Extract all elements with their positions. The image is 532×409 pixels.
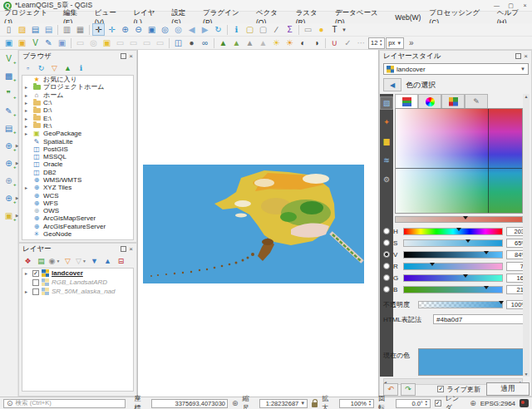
- filter-browser-icon[interactable]: ▽: [49, 63, 60, 74]
- crs-globe-icon[interactable]: ⊕: [470, 399, 476, 407]
- delete-feature-disabled-icon[interactable]: ▭: [140, 37, 153, 49]
- slider-marker-R[interactable]: [430, 263, 435, 266]
- open-layer-styling-icon[interactable]: ❖: [22, 256, 33, 267]
- browser-item[interactable]: ▸R:\: [22, 122, 133, 130]
- slider-marker-G[interactable]: [463, 274, 468, 278]
- local-cumulative-stretch-icon[interactable]: ▲: [244, 37, 256, 49]
- font-size-spin[interactable]: 12▲▼: [368, 37, 385, 49]
- expand-all-icon[interactable]: ▼: [89, 256, 100, 267]
- slider-radio-V[interactable]: [383, 251, 390, 258]
- add-delimited-text-icon[interactable]: ❞+: [2, 87, 16, 99]
- magnifier-spinbox[interactable]: 100%▲▼: [339, 399, 374, 408]
- manage-map-themes-icon[interactable]: ◉▼: [49, 256, 60, 267]
- expand-caret-icon[interactable]: ▸: [25, 131, 30, 136]
- browser-item[interactable]: ▸E:\: [22, 114, 133, 121]
- save-project-as-icon[interactable]: ▤: [42, 23, 55, 36]
- browser-item[interactable]: ▸D:\: [22, 106, 133, 114]
- slider-radio-G[interactable]: [383, 274, 390, 281]
- layer-visibility-checkbox[interactable]: [32, 288, 39, 295]
- crs-indicator[interactable]: EPSG:2964: [480, 400, 515, 407]
- browser-item[interactable]: ◫DB2: [22, 169, 133, 176]
- open-project-icon[interactable]: ▨: [16, 23, 28, 36]
- browser-item[interactable]: ⊕WFS: [22, 200, 133, 207]
- new-shapefile-icon[interactable]: V: [29, 37, 42, 49]
- live-update-checkbox[interactable]: ✓: [437, 386, 444, 392]
- vertical-scrollbar[interactable]: ▲▼: [523, 94, 530, 377]
- search-input[interactable]: ⊙ 検索 (Ctrl+K): [3, 399, 126, 408]
- filter-legend-icon[interactable]: ▽: [62, 256, 73, 267]
- zoom-to-selection-icon[interactable]: ◎: [159, 23, 171, 36]
- new-layout-icon[interactable]: ▥: [61, 23, 73, 36]
- increase-contrast-icon[interactable]: ◐: [297, 37, 309, 49]
- label-toolbar-icon[interactable]: ✓: [342, 37, 354, 49]
- new-virtual-layer-icon[interactable]: ▣: [56, 37, 68, 49]
- add-postgis-layer-icon[interactable]: ▤+: [2, 122, 16, 134]
- browser-item[interactable]: ▸⌂ホーム: [22, 91, 133, 99]
- properties-widget-icon[interactable]: ℹ: [76, 63, 86, 74]
- styling-float-icon[interactable]: [515, 53, 521, 59]
- slider-marker-V[interactable]: [484, 251, 489, 254]
- render-checkbox[interactable]: ✓: [435, 400, 441, 407]
- deselect-features-icon[interactable]: ▢: [257, 23, 269, 36]
- slider-track-V[interactable]: [403, 251, 503, 259]
- osm-place-search-icon[interactable]: ●: [185, 37, 198, 49]
- browser-item[interactable]: ⊕WCS: [22, 191, 133, 199]
- select-features-icon[interactable]: ▢: [244, 23, 256, 36]
- redo-button[interactable]: ↷: [401, 383, 416, 396]
- value-strip-slider[interactable]: [395, 216, 523, 223]
- db-manager-icon[interactable]: ◫: [172, 37, 185, 49]
- add-mssql-layer-icon[interactable]: ⊕+▶: [2, 140, 16, 151]
- history-tab-icon[interactable]: ⚙: [381, 174, 392, 185]
- slider-marker-B[interactable]: [484, 286, 489, 289]
- back-button[interactable]: ◀: [383, 78, 401, 91]
- symbology-tab-icon[interactable]: ▧: [381, 97, 392, 109]
- browser-item[interactable]: ⊕WMS/WMTS: [22, 176, 133, 184]
- new-spatialite-icon[interactable]: ✎: [42, 37, 55, 49]
- browser-item[interactable]: ⊕ArcGisFeatureServer: [22, 223, 133, 230]
- layer-row[interactable]: ▸✓landcover: [22, 269, 133, 278]
- layer-visibility-checkbox[interactable]: ✓: [32, 270, 39, 277]
- browser-item[interactable]: ◫Oracle: [22, 160, 133, 168]
- transparency-tab-icon[interactable]: ✦: [381, 116, 392, 128]
- slider-radio-H[interactable]: [383, 228, 390, 234]
- zoom-last-icon[interactable]: ◀: [185, 23, 198, 36]
- browser-item[interactable]: ▸プロジェクトホーム: [22, 83, 133, 91]
- browser-item[interactable]: ◫MSSQL: [22, 153, 133, 160]
- zoom-next-icon[interactable]: ▶: [199, 23, 211, 36]
- copy-style-icon[interactable]: ▣: [2, 37, 15, 49]
- toolbar-overflow[interactable]: »: [405, 37, 417, 49]
- add-geopackage-layer-icon[interactable]: ▣+▶: [2, 209, 16, 221]
- slider-marker-S[interactable]: [466, 239, 470, 243]
- extents-icon[interactable]: ⊛: [232, 399, 239, 407]
- add-selected-layers-icon[interactable]: ▫: [22, 63, 33, 74]
- browser-item[interactable]: ◫PostGIS: [22, 145, 133, 153]
- zoom-to-layer-icon[interactable]: ◎: [172, 23, 185, 36]
- map-tips-icon[interactable]: ●: [315, 23, 328, 36]
- browser-item[interactable]: ▸C:\: [22, 99, 133, 106]
- message-log-icon[interactable]: [520, 399, 529, 407]
- annotation-icon[interactable]: ▭: [302, 23, 314, 36]
- tab-color-sampler[interactable]: ✎: [465, 94, 488, 108]
- unit-combo[interactable]: px▼: [386, 37, 404, 49]
- metadata-tab-icon[interactable]: ≋: [381, 155, 392, 166]
- add-vector-layer-icon[interactable]: V+: [2, 52, 16, 64]
- menu-web[interactable]: Web(W): [391, 13, 425, 22]
- remove-layer-icon[interactable]: ⊟: [116, 256, 126, 267]
- scale-combo[interactable]: 1:28232687▼: [259, 399, 308, 408]
- zoom-in-icon[interactable]: ⊕: [119, 23, 131, 36]
- slider-radio-B[interactable]: [383, 286, 390, 293]
- collapse-all-icon[interactable]: ▲: [62, 63, 73, 74]
- expand-caret-icon[interactable]: ▸: [25, 270, 30, 276]
- pan-to-selection-icon[interactable]: ✛: [106, 23, 118, 36]
- slider-track-R[interactable]: [403, 263, 503, 270]
- local-histogram-stretch-icon[interactable]: ▲: [217, 37, 229, 49]
- add-group-icon[interactable]: ▤: [36, 256, 47, 267]
- add-wfs-layer-icon[interactable]: ⊕+▶: [2, 192, 16, 204]
- pan-map-icon[interactable]: ✛: [92, 23, 105, 36]
- browser-item[interactable]: ⊕ArcGisMapServer: [22, 214, 133, 222]
- slider-track-H[interactable]: [403, 228, 503, 235]
- vertex-tool-disabled-icon[interactable]: ▭: [154, 37, 166, 49]
- expand-caret-icon[interactable]: ▸: [25, 100, 30, 106]
- expand-caret-icon[interactable]: ▸: [25, 116, 30, 121]
- styling-layer-selector[interactable]: landcover ▼: [383, 63, 529, 75]
